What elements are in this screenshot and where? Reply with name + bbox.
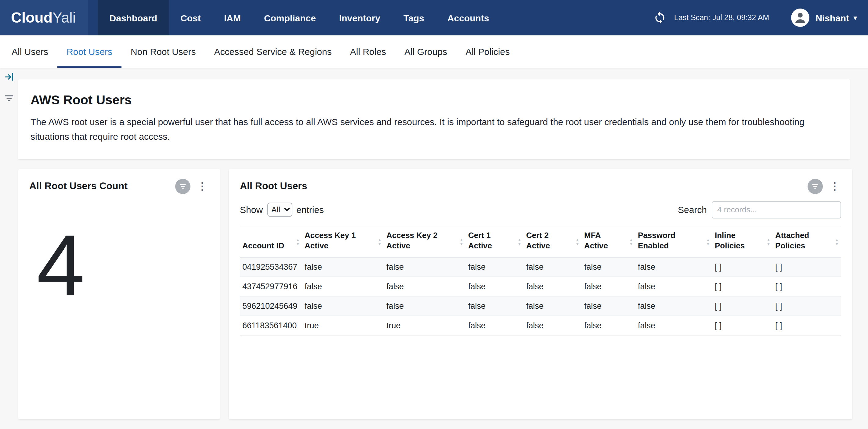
show-label: Show xyxy=(240,204,263,215)
brand-light: Yali xyxy=(53,9,76,26)
tab-non-root-users[interactable]: Non Root Users xyxy=(121,35,205,68)
sort-icon[interactable]: ▲▼ xyxy=(296,238,300,245)
tab-all-users[interactable]: All Users xyxy=(2,35,57,68)
table-header-row: Account ID▲▼ Access Key 1 Active▲▼ Acces… xyxy=(240,226,841,257)
column-header-cert-2[interactable]: Cert 2 Active▲▼ xyxy=(524,226,582,257)
column-header-access-key-2[interactable]: Access Key 2 Active▲▼ xyxy=(384,226,466,257)
tab-all-policies[interactable]: All Policies xyxy=(456,35,519,68)
search-input[interactable] xyxy=(712,201,841,218)
column-header-mfa[interactable]: MFA Active▲▼ xyxy=(582,226,636,257)
table-row: 437452977916 false false false false fal… xyxy=(240,276,841,296)
side-rail xyxy=(4,72,17,106)
filter-icon[interactable] xyxy=(808,178,823,194)
column-header-inline-policies[interactable]: Inline Policies▲▼ xyxy=(712,226,773,257)
nav-items: Dashboard Cost IAM Compliance Inventory … xyxy=(98,0,500,35)
sort-icon[interactable]: ▲▼ xyxy=(518,238,521,245)
sync-icon[interactable] xyxy=(653,10,668,25)
nav-item-inventory[interactable]: Inventory xyxy=(328,0,392,35)
column-header-cert-1[interactable]: Cert 1 Active▲▼ xyxy=(466,226,524,257)
search-label: Search xyxy=(678,204,707,215)
page-description: The AWS root user is a special powerful … xyxy=(31,115,837,144)
sort-icon[interactable]: ▲▼ xyxy=(767,238,770,245)
sort-icon[interactable]: ▲▼ xyxy=(460,238,463,245)
root-users-table-card: All Root Users ⋮ Show All entri xyxy=(229,169,852,419)
entries-control: Show All entries xyxy=(240,203,324,217)
avatar[interactable] xyxy=(791,8,809,27)
count-card-title: All Root Users Count xyxy=(29,180,128,192)
nav-item-accounts[interactable]: Accounts xyxy=(436,0,501,35)
sort-icon[interactable]: ▲▼ xyxy=(706,238,710,245)
column-header-attached-policies[interactable]: Attached Policies▲▼ xyxy=(773,226,841,257)
tab-all-roles[interactable]: All Roles xyxy=(341,35,395,68)
nav-item-tags[interactable]: Tags xyxy=(392,0,436,35)
brand-bold: Cloud xyxy=(11,9,53,26)
navbar-right: Last Scan: Jul 28, 09:32 AM Nishant ▼ xyxy=(653,0,868,35)
table-card-title: All Root Users xyxy=(240,180,307,192)
sort-icon[interactable]: ▲▼ xyxy=(835,238,839,245)
chevron-down-icon: ▼ xyxy=(852,14,858,21)
user-menu[interactable]: Nishant ▼ xyxy=(815,12,858,23)
entries-label: entries xyxy=(296,204,324,215)
tab-bar: All Users Root Users Non Root Users Acce… xyxy=(0,35,868,68)
filter-icon[interactable] xyxy=(175,178,190,194)
user-name: Nishant xyxy=(815,12,849,23)
sort-icon[interactable]: ▲▼ xyxy=(629,238,633,245)
sort-icon[interactable]: ▲▼ xyxy=(378,238,381,245)
entries-select[interactable]: All xyxy=(267,203,292,217)
root-users-count-card: All Root Users Count ⋮ 4 xyxy=(18,169,220,419)
tab-root-users[interactable]: Root Users xyxy=(57,35,121,68)
collapse-panel-icon[interactable] xyxy=(4,72,17,84)
root-users-table: Account ID▲▼ Access Key 1 Active▲▼ Acces… xyxy=(240,226,841,335)
main-content: AWS Root Users The AWS root user is a sp… xyxy=(0,68,868,419)
table-row: 596210245649 false false false false fal… xyxy=(240,296,841,316)
table-row: 661183561400 true true false false false… xyxy=(240,316,841,335)
column-header-access-key-1[interactable]: Access Key 1 Active▲▼ xyxy=(302,226,384,257)
sort-icon[interactable]: ▲▼ xyxy=(576,238,579,245)
tab-all-groups[interactable]: All Groups xyxy=(395,35,456,68)
brand-logo[interactable]: CloudYali xyxy=(0,0,88,35)
table-row: 041925534367 false false false false fal… xyxy=(240,257,841,276)
root-users-count-value: 4 xyxy=(37,222,209,308)
nav-item-cost[interactable]: Cost xyxy=(169,0,212,35)
top-navbar: CloudYali Dashboard Cost IAM Compliance … xyxy=(0,0,868,35)
nav-item-compliance[interactable]: Compliance xyxy=(252,0,328,35)
tab-accessed-service-regions[interactable]: Accessed Service & Regions xyxy=(205,35,341,68)
kebab-menu-icon[interactable]: ⋮ xyxy=(828,181,841,191)
nav-item-iam[interactable]: IAM xyxy=(212,0,252,35)
page-title: AWS Root Users xyxy=(31,93,837,107)
search-control: Search xyxy=(678,201,841,218)
filter-lines-icon[interactable] xyxy=(4,93,17,106)
column-header-password[interactable]: Password Enabled▲▼ xyxy=(636,226,712,257)
page-header-card: AWS Root Users The AWS root user is a sp… xyxy=(18,79,850,159)
kebab-menu-icon[interactable]: ⋮ xyxy=(196,181,209,191)
last-scan-text: Last Scan: Jul 28, 09:32 AM xyxy=(674,13,769,22)
column-header-account-id[interactable]: Account ID▲▼ xyxy=(240,226,302,257)
nav-item-dashboard[interactable]: Dashboard xyxy=(98,0,169,35)
